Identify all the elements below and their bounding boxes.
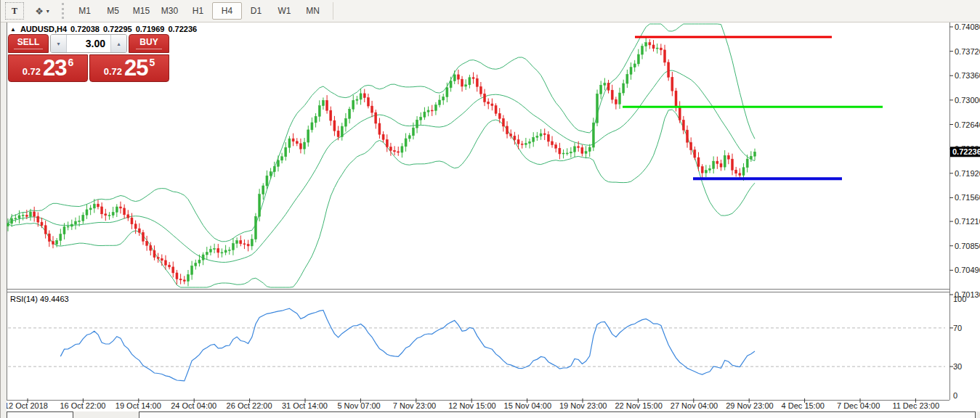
text-tool-icon[interactable]: T bbox=[5, 2, 24, 20]
timeframe-button-m15[interactable]: M15 bbox=[127, 3, 155, 19]
timeframe-button-h4[interactable]: H4 bbox=[212, 2, 242, 20]
ohlc-low: 0.71969 bbox=[136, 25, 165, 33]
ohlc-open: 0.72038 bbox=[70, 25, 100, 33]
collapse-panel-icon[interactable]: ▲ bbox=[10, 26, 16, 33]
price-axis[interactable] bbox=[949, 22, 980, 400]
buy-price-button[interactable]: 0.72 25 5 bbox=[89, 54, 169, 82]
timeframe-button-w1[interactable]: W1 bbox=[270, 3, 299, 19]
arrows-tool-icon[interactable]: ❖ ▾ bbox=[30, 3, 54, 19]
window-left-margin bbox=[1, 22, 7, 418]
chart-tab-strip bbox=[1, 411, 980, 418]
rsi-pane-area[interactable] bbox=[7, 292, 949, 400]
toolbar-grip bbox=[62, 3, 64, 19]
sell-button[interactable]: SELL bbox=[8, 34, 49, 53]
diamond-arrows-icon: ❖ bbox=[35, 6, 44, 17]
timeframe-button-m30[interactable]: M30 bbox=[155, 3, 184, 19]
toolbar: T ❖ ▾ M1M5M15M30H1H4D1W1MN bbox=[1, 0, 980, 22]
chart-tab-area[interactable] bbox=[139, 411, 976, 418]
toolbar-separator bbox=[333, 2, 333, 20]
ohlc-close: 0.72236 bbox=[168, 25, 197, 33]
volume-decrease-button[interactable]: ▾ bbox=[51, 35, 67, 52]
chart-title: ▲ AUDUSD,H4 0.72038 0.72295 0.71969 0.72… bbox=[10, 25, 201, 33]
timeframe-buttons: M1M5M15M30H1H4D1W1MN bbox=[70, 2, 327, 20]
timeframe-button-h1[interactable]: H1 bbox=[184, 3, 212, 19]
ohlc-high: 0.72295 bbox=[103, 25, 132, 33]
chevron-down-icon: ▾ bbox=[46, 8, 49, 15]
rsi-indicator-label: RSI(14) 49.4463 bbox=[10, 295, 69, 303]
volume-spinner: ▾ 3.00 ▴ bbox=[50, 34, 127, 53]
volume-increase-button[interactable]: ▴ bbox=[110, 35, 126, 52]
time-axis[interactable] bbox=[7, 400, 949, 411]
chart-tab-active[interactable] bbox=[7, 411, 73, 418]
buy-button[interactable]: BUY bbox=[129, 34, 169, 53]
mt4-window: T ❖ ▾ M1M5M15M30H1H4D1W1MN 0.740800.7372… bbox=[0, 0, 980, 418]
timeframe-button-d1[interactable]: D1 bbox=[242, 3, 270, 19]
timeframe-button-mn[interactable]: MN bbox=[299, 3, 327, 19]
timeframe-button-m1[interactable]: M1 bbox=[70, 3, 99, 19]
symbol-period: AUDUSD,H4 bbox=[20, 25, 67, 33]
one-click-trading-panel: SELL ▾ 3.00 ▴ BUY 0.72 23 6 0.72 25 5 bbox=[8, 34, 169, 82]
volume-value[interactable]: 3.00 bbox=[67, 35, 110, 52]
sell-price-button[interactable]: 0.72 23 6 bbox=[8, 54, 88, 82]
timeframe-button-m5[interactable]: M5 bbox=[99, 3, 127, 19]
